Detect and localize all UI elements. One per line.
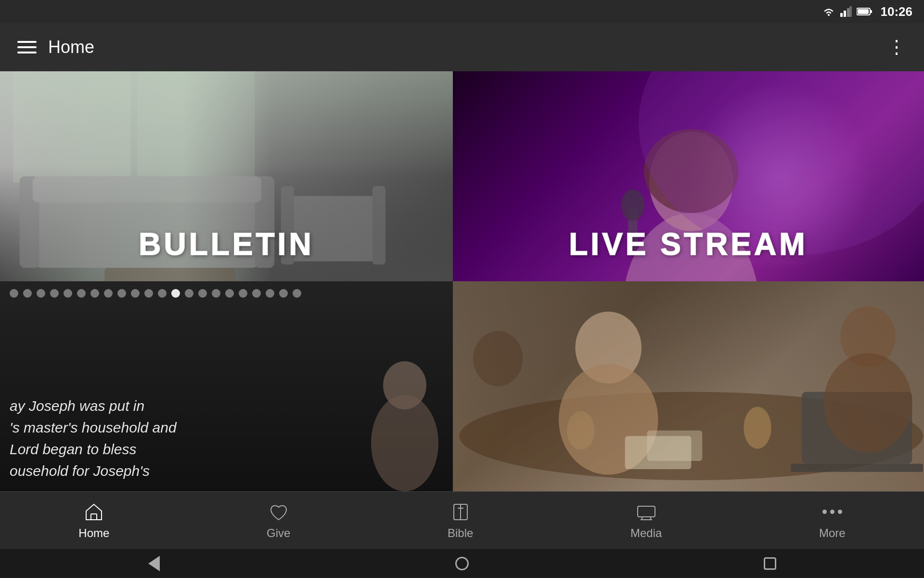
svg-point-31: [744, 407, 771, 448]
dot-22: [293, 289, 301, 298]
top-grid: BULLETIN LIVE STREAM: [0, 71, 924, 281]
give-label: Give: [267, 526, 290, 540]
bottom-navigation: Home Give Bible: [0, 491, 924, 549]
dot-7: [90, 289, 99, 298]
recents-button[interactable]: [760, 554, 780, 573]
more-options-button[interactable]: ⋮: [887, 37, 907, 58]
hamburger-button[interactable]: [17, 41, 37, 53]
svg-rect-6: [870, 10, 872, 13]
bible-person-art: [357, 356, 453, 491]
dot-16: [212, 289, 220, 298]
dot-9: [117, 289, 126, 298]
svg-point-27: [371, 395, 438, 491]
livestream-label: LIVE STREAM: [453, 226, 924, 262]
dot-21: [279, 289, 288, 298]
dot-17: [225, 289, 234, 298]
nav-item-media[interactable]: Media: [621, 498, 671, 544]
wifi-icon: [822, 6, 835, 17]
dot-1: [10, 289, 18, 298]
dot-3: [37, 289, 45, 298]
dot-14: [185, 289, 193, 298]
more-nav-icon: [821, 501, 843, 523]
svg-rect-2: [844, 11, 846, 17]
svg-rect-41: [91, 514, 97, 520]
svg-point-37: [823, 353, 912, 453]
system-navigation-bar: [0, 549, 924, 578]
nav-item-give[interactable]: Give: [257, 498, 300, 544]
svg-rect-9: [137, 71, 255, 183]
dot-6: [77, 289, 86, 298]
dot-20: [266, 289, 274, 298]
pagination-dots: [0, 281, 453, 305]
nav-item-home[interactable]: Home: [69, 498, 119, 544]
back-icon: [148, 556, 160, 571]
dot-15: [198, 289, 207, 298]
dot-13: [171, 289, 180, 298]
dot-8: [104, 289, 113, 298]
svg-point-24: [621, 189, 644, 221]
svg-rect-33: [791, 464, 923, 472]
bottom-grid: ay Joseph was put in 's master's househo…: [0, 281, 924, 491]
give-icon: [268, 501, 289, 523]
bulletin-card[interactable]: BULLETIN: [0, 71, 453, 281]
dot-12: [158, 289, 167, 298]
bible-icon: [450, 501, 471, 523]
nav-item-more[interactable]: More: [809, 498, 855, 544]
svg-rect-8: [13, 71, 130, 183]
svg-point-0: [828, 14, 830, 16]
recents-icon: [764, 557, 776, 570]
status-time: 10:26: [881, 4, 913, 19]
dot-11: [144, 289, 153, 298]
app-bar: Home ⋮: [0, 23, 924, 71]
dot-19: [252, 289, 261, 298]
svg-rect-17: [104, 268, 235, 281]
signal-icon: [840, 6, 852, 17]
dot-18: [239, 289, 247, 298]
more-label: More: [819, 526, 846, 540]
svg-rect-40: [647, 431, 702, 461]
bible-label: Bible: [448, 526, 473, 540]
home-label: Home: [78, 526, 109, 540]
svg-rect-46: [638, 506, 655, 517]
meeting-card[interactable]: [453, 281, 924, 491]
svg-rect-3: [847, 8, 849, 17]
back-button[interactable]: [144, 554, 164, 573]
dot-2: [23, 289, 32, 298]
livestream-card[interactable]: LIVE STREAM: [453, 71, 924, 281]
status-icons: 10:26: [822, 4, 913, 19]
home-button[interactable]: [452, 554, 472, 573]
dot-5: [64, 289, 72, 298]
page-title: Home: [48, 37, 887, 57]
dot-10: [131, 289, 140, 298]
media-label: Media: [630, 526, 662, 540]
dot-4: [50, 289, 59, 298]
battery-icon: [857, 7, 872, 16]
main-content: BULLETIN LIVE STREAM: [0, 71, 924, 491]
home-system-icon: [455, 557, 469, 570]
bulletin-label: BULLETIN: [0, 226, 453, 262]
svg-point-38: [473, 331, 523, 386]
svg-rect-13: [33, 176, 261, 202]
home-icon: [83, 501, 104, 523]
media-icon: [636, 501, 657, 523]
svg-rect-1: [840, 13, 843, 17]
status-bar: 10:26: [0, 0, 924, 23]
svg-rect-4: [849, 6, 852, 17]
bible-card[interactable]: ay Joseph was put in 's master's househo…: [0, 281, 453, 491]
meeting-art: [453, 281, 924, 491]
svg-rect-7: [858, 9, 869, 14]
nav-item-bible[interactable]: Bible: [438, 498, 483, 544]
